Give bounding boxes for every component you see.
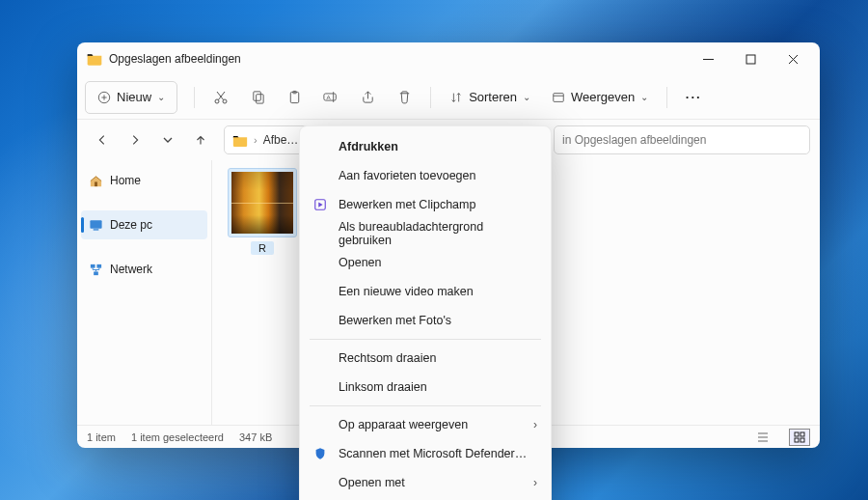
file-thumbnail[interactable]: R — [224, 168, 301, 256]
chevron-down-icon: ⌄ — [523, 92, 530, 102]
copy-button[interactable] — [240, 81, 275, 114]
rename-icon: A — [323, 90, 339, 104]
clipchamp-icon — [312, 196, 329, 213]
more-button[interactable]: ··· — [676, 81, 711, 114]
thumbnails-view-button[interactable] — [789, 429, 810, 446]
share-icon — [361, 90, 375, 104]
nav-item-home[interactable]: Home — [81, 166, 207, 195]
paste-icon — [287, 90, 302, 104]
svg-rect-20 — [800, 438, 804, 442]
nav-pane: Home Deze pc Netwerk — [77, 160, 212, 425]
file-name[interactable]: R — [251, 241, 274, 255]
context-menu-item[interactable]: Bewerken met Clipchamp — [300, 190, 551, 219]
network-icon — [89, 263, 103, 277]
svg-rect-18 — [800, 432, 804, 436]
delete-button[interactable] — [387, 81, 421, 114]
svg-rect-13 — [94, 229, 99, 230]
back-button[interactable] — [87, 125, 118, 155]
folder-icon — [232, 134, 248, 147]
submenu-chevron-icon: › — [533, 476, 537, 489]
toolbar: Nieuw ⌄ A Sorteren ⌄ Weergeven ⌄ ··· — [77, 75, 820, 120]
context-menu: AfdrukkenAan favorieten toevoegenBewerke… — [299, 125, 552, 500]
context-menu-item[interactable]: Linksom draaien — [300, 373, 551, 402]
svg-rect-5 — [256, 95, 263, 103]
svg-rect-17 — [795, 432, 799, 436]
context-menu-item[interactable]: Als bureaubladachtergrond gebruiken — [300, 219, 551, 248]
svg-rect-0 — [746, 55, 755, 64]
context-menu-item[interactable]: Rechtsom draaien — [300, 344, 551, 373]
window-title: Opgeslagen afbeeldingen — [109, 52, 687, 66]
rename-button[interactable]: A — [313, 81, 348, 114]
svg-rect-16 — [94, 271, 98, 275]
chevron-down-icon: ⌄ — [640, 92, 648, 102]
context-menu-item[interactable]: Openen met› — [300, 468, 551, 497]
paste-button[interactable] — [277, 81, 312, 114]
svg-rect-11 — [95, 181, 97, 186]
sort-button[interactable]: Sorteren ⌄ — [440, 81, 540, 114]
context-menu-item[interactable]: Openen — [300, 248, 551, 277]
context-menu-item[interactable]: Aan favorieten toevoegen — [300, 161, 551, 190]
svg-rect-19 — [795, 438, 799, 442]
details-view-button[interactable] — [752, 429, 773, 446]
context-menu-item[interactable]: Een nieuwe video maken — [300, 277, 551, 306]
view-button[interactable]: Weergeven ⌄ — [542, 81, 658, 114]
svg-text:A: A — [327, 94, 332, 100]
context-menu-separator — [310, 405, 541, 406]
context-menu-item[interactable]: Afdrukken — [300, 132, 551, 161]
home-icon — [89, 174, 103, 188]
cut-button[interactable] — [203, 81, 238, 114]
context-menu-item[interactable]: Bewerken met Foto's — [300, 306, 551, 335]
plus-circle-icon — [97, 91, 111, 104]
monitor-icon — [89, 218, 103, 233]
context-menu-separator — [310, 339, 541, 340]
submenu-chevron-icon: › — [533, 418, 537, 431]
minimize-button[interactable] — [687, 44, 729, 73]
status-item-count: 1 item — [87, 431, 116, 443]
sort-icon — [449, 91, 463, 104]
svg-rect-10 — [554, 93, 564, 101]
new-button[interactable]: Nieuw ⌄ — [85, 81, 177, 114]
close-button[interactable] — [772, 44, 814, 73]
status-selection: 1 item geselecteerd — [131, 431, 224, 443]
context-menu-item[interactable]: Scannen met Microsoft Defender… — [300, 439, 551, 468]
svg-rect-12 — [90, 220, 101, 228]
nav-item-thispc[interactable]: Deze pc — [81, 210, 207, 239]
svg-rect-14 — [91, 264, 95, 267]
svg-rect-4 — [253, 92, 260, 100]
up-button[interactable] — [185, 125, 216, 155]
folder-icon — [87, 52, 102, 66]
status-size: 347 kB — [239, 431, 272, 443]
chevron-down-icon: ⌄ — [157, 92, 165, 102]
layout-icon — [552, 91, 565, 104]
defender-icon — [312, 445, 329, 462]
search-input[interactable]: in Opgeslagen afbeeldingen — [554, 125, 810, 154]
image-preview — [231, 172, 293, 234]
titlebar[interactable]: Opgeslagen afbeeldingen — [77, 42, 820, 75]
forward-button[interactable] — [120, 125, 150, 155]
cut-icon — [213, 90, 229, 105]
context-menu-item[interactable]: Op apparaat weergeven› — [300, 410, 551, 439]
trash-icon — [397, 90, 412, 104]
share-button[interactable] — [350, 81, 385, 114]
nav-item-network[interactable]: Netwerk — [81, 255, 207, 284]
maximize-button[interactable] — [729, 44, 772, 73]
copy-icon — [251, 90, 265, 104]
svg-rect-15 — [96, 264, 101, 267]
recent-dropdown[interactable] — [152, 125, 183, 155]
